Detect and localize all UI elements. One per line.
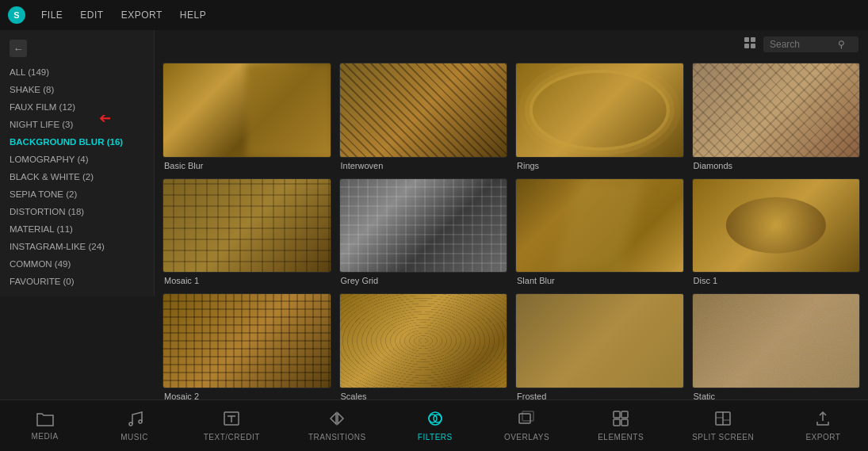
sidebar-item-black-white[interactable]: BLACK & WHITE (2) bbox=[0, 168, 154, 185]
main-content: ← ALL (149) SHAKE (8) FAUX FILM (12) NIG… bbox=[0, 30, 868, 399]
folder-icon bbox=[36, 411, 55, 429]
sidebar-item-faux-film[interactable]: FAUX FILM (12) bbox=[0, 98, 154, 116]
toolbar-split-screen[interactable]: SPLIT SCREEN bbox=[681, 405, 765, 446]
svg-rect-17 bbox=[621, 419, 628, 426]
filter-label: Interwoven bbox=[339, 158, 508, 170]
thumb-visual bbox=[340, 294, 507, 388]
grid-view-button[interactable] bbox=[744, 37, 757, 52]
toolbar-filters[interactable]: FILTERS bbox=[403, 405, 467, 446]
search-input[interactable] bbox=[770, 39, 833, 50]
filter-label: Frosted bbox=[515, 388, 684, 399]
toolbar-music[interactable]: MUSIC bbox=[103, 405, 166, 446]
toolbar-elements-label: ELEMENTS bbox=[598, 433, 644, 441]
thumb-visual bbox=[516, 63, 683, 157]
menu-file[interactable]: FILE bbox=[40, 6, 64, 24]
sidebar-item-sepia-tone[interactable]: SEPIA TONE (2) bbox=[0, 185, 154, 203]
filter-card-interwoven[interactable]: Interwoven bbox=[339, 63, 508, 170]
filter-card-grey-grid[interactable]: Grey Grid bbox=[339, 178, 508, 286]
sidebar-item-instagram-like[interactable]: INSTAGRAM-LIKE (24) bbox=[0, 238, 154, 255]
sidebar-item-background-blur[interactable]: BACKGROUND BLUR (16) bbox=[0, 133, 154, 151]
filter-thumb-interwoven bbox=[339, 63, 508, 158]
filter-label: Basic Blur bbox=[163, 158, 331, 170]
svg-rect-1 bbox=[751, 37, 755, 42]
filter-thumb-diamonds bbox=[692, 63, 861, 158]
filter-card-slant-blur[interactable]: Slant Blur bbox=[515, 178, 684, 286]
svg-point-5 bbox=[139, 420, 142, 423]
filter-label: Scales bbox=[339, 388, 508, 399]
toolbar-export-label: EXPORT bbox=[805, 433, 840, 441]
filter-thumb-mosaic1 bbox=[163, 178, 331, 273]
toolbar-transitions-label: TRANSITIONS bbox=[308, 433, 366, 441]
bottom-toolbar: MEDIA MUSIC TEXT/CREDIT bbox=[0, 399, 868, 451]
transitions-icon bbox=[328, 410, 346, 430]
svg-rect-2 bbox=[744, 44, 749, 48]
sidebar-item-distortion[interactable]: DISTORTION (18) bbox=[0, 203, 154, 220]
thumb-visual bbox=[163, 63, 331, 157]
sidebar-item-shake[interactable]: SHAKE (8) bbox=[0, 81, 154, 98]
filter-card-scales[interactable]: Scales bbox=[339, 293, 508, 399]
thumb-visual bbox=[516, 294, 683, 388]
back-button[interactable]: ← bbox=[10, 40, 27, 57]
toolbar-elements[interactable]: ELEMENTS bbox=[587, 405, 655, 446]
thumb-visual bbox=[516, 179, 683, 273]
thumb-visual bbox=[340, 63, 507, 157]
sidebar: ← ALL (149) SHAKE (8) FAUX FILM (12) NIG… bbox=[0, 30, 155, 296]
svg-rect-13 bbox=[522, 411, 533, 421]
filter-thumb-grey-grid bbox=[339, 178, 508, 273]
filter-thumb-scales bbox=[339, 293, 508, 388]
toolbar-transitions[interactable]: TRANSITIONS bbox=[297, 405, 377, 446]
grid-scroll[interactable]: Basic Blur Interwoven Rings bbox=[155, 59, 868, 399]
filter-grid: Basic Blur Interwoven Rings bbox=[163, 59, 860, 399]
filter-label: Rings bbox=[515, 158, 684, 170]
app-logo: S bbox=[8, 6, 25, 24]
thumb-visual bbox=[693, 179, 860, 273]
thumb-visual bbox=[693, 294, 860, 388]
filter-card-diamonds[interactable]: Diamonds bbox=[692, 63, 861, 170]
menu-edit[interactable]: EDIT bbox=[78, 6, 105, 24]
toolbar-split-label: SPLIT SCREEN bbox=[692, 433, 754, 441]
toolbar-overlays[interactable]: OVERLAYS bbox=[493, 405, 560, 446]
filter-thumb-basic-blur bbox=[163, 63, 331, 158]
sidebar-item-common[interactable]: COMMON (49) bbox=[0, 255, 154, 273]
filter-card-static[interactable]: Static bbox=[692, 293, 861, 399]
elements-icon bbox=[612, 410, 629, 430]
toolbar-media[interactable]: MEDIA bbox=[13, 406, 77, 445]
filters-icon bbox=[426, 410, 444, 430]
overlays-icon bbox=[518, 410, 535, 430]
filter-label: Diamonds bbox=[692, 158, 861, 170]
filter-card-mosaic2[interactable]: Mosaic 2 bbox=[163, 293, 331, 399]
menu-help[interactable]: HELP bbox=[178, 6, 208, 24]
filter-card-basic-blur[interactable]: Basic Blur bbox=[163, 63, 331, 170]
svg-point-9 bbox=[429, 412, 442, 425]
filter-label: Slant Blur bbox=[515, 273, 684, 285]
toolbar-export[interactable]: EXPORT bbox=[791, 405, 855, 446]
filter-card-frosted[interactable]: Frosted bbox=[515, 293, 684, 399]
filter-label: Mosaic 2 bbox=[163, 388, 331, 399]
filter-thumb-mosaic2 bbox=[163, 293, 331, 388]
filter-card-disc1[interactable]: Disc 1 bbox=[692, 178, 861, 286]
sidebar-item-material[interactable]: MATERIAL (11) bbox=[0, 220, 154, 238]
toolbar-overlays-label: OVERLAYS bbox=[504, 433, 549, 441]
filter-card-rings[interactable]: Rings bbox=[515, 63, 684, 170]
sidebar-item-favourite[interactable]: FAVOURITE (0) bbox=[0, 273, 154, 290]
svg-rect-3 bbox=[751, 44, 755, 48]
filter-label: Mosaic 1 bbox=[163, 273, 331, 285]
filter-label: Disc 1 bbox=[692, 273, 861, 285]
search-box: ⚲ bbox=[763, 36, 858, 52]
toolbar-media-label: MEDIA bbox=[31, 432, 58, 441]
svg-rect-14 bbox=[614, 411, 620, 418]
sidebar-item-all[interactable]: ALL (149) bbox=[0, 63, 154, 81]
search-icon: ⚲ bbox=[838, 39, 845, 50]
filter-thumb-static bbox=[692, 293, 861, 388]
toolbar-music-label: MUSIC bbox=[120, 433, 148, 441]
sidebar-item-lomography[interactable]: LOMOGRAPHY (4) bbox=[0, 151, 154, 168]
toolbar-text-credit[interactable]: TEXT/CREDIT bbox=[193, 405, 271, 446]
toolbar-filters-label: FILTERS bbox=[418, 433, 453, 441]
filter-card-mosaic1[interactable]: Mosaic 1 bbox=[163, 178, 331, 286]
filter-thumb-disc1 bbox=[692, 178, 861, 273]
thumb-visual bbox=[340, 179, 507, 273]
filter-thumb-slant-blur bbox=[515, 178, 684, 273]
svg-rect-16 bbox=[614, 419, 620, 426]
menu-export[interactable]: EXPORT bbox=[120, 6, 164, 24]
sidebar-item-night-life[interactable]: NIGHT LIFE (3) bbox=[0, 116, 154, 133]
